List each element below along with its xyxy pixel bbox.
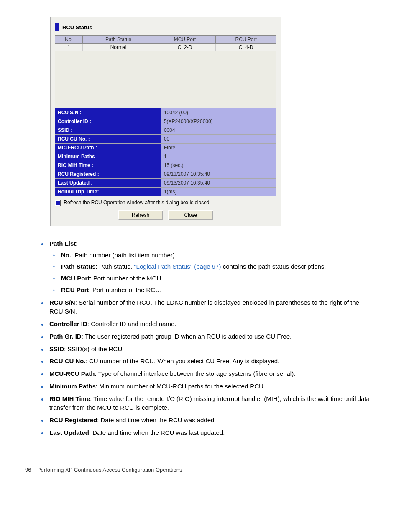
v: 10042 (00) [161,108,276,117]
cell-no: 1 [55,44,83,51]
bullet-controller-id: Controller ID: Controller ID and model n… [49,319,374,329]
v: 5(XP24000/XP20000) [161,117,276,126]
k: Minimum Paths : [55,152,161,161]
dialog-title-text: RCU Status [62,24,92,31]
k: RCU Registered : [55,170,161,179]
k: MCU-RCU Path : [55,144,161,152]
term: RCU Port [61,286,89,293]
k: RCU S/N : [55,108,161,117]
term: Path List [49,240,76,247]
row-rcu-cu-no: RCU CU No. :00 [55,135,276,144]
term: Last Updated [49,429,89,436]
term: Minimum Paths [49,383,96,390]
bullet-ssid: SSID: SSID(s) of the RCU. [49,344,374,354]
term: RCU S/N [49,299,75,306]
term: Path Gr. ID [49,333,82,340]
col-mcu-port[interactable]: MCU Port [154,36,216,44]
v: 09/13/2007 10:35:40 [161,170,276,179]
desc: : Minimum number of MCU-RCU paths for th… [96,383,265,390]
bullet-min-paths: Minimum Paths: Minimum number of MCU-RCU… [49,382,374,391]
k: Last Updated : [55,179,161,188]
page-number: 96 [25,467,31,473]
k: RCU CU No. : [55,135,161,144]
rcu-details-table: RCU S/N :10042 (00) Controller ID :5(XP2… [55,108,276,196]
title-marker-icon [55,23,59,31]
col-path-status[interactable]: Path Status [83,36,154,44]
rcu-status-dialog: RCU Status No. Path Status MCU Port RCU … [50,17,281,226]
v: 09/13/2007 10:35:40 [161,179,276,188]
col-rcu-port[interactable]: RCU Port [216,36,276,44]
bullet-rio-mih: RIO MIH Time: Time value for the remote … [49,394,374,413]
term: Path Status [61,263,96,270]
row-controller-id: Controller ID :5(XP24000/XP20000) [55,117,276,126]
desc: : CU number of the RCU. When you select … [86,357,280,365]
desc: : Date and time when the RCU was added. [97,416,216,424]
v: 1 [161,152,276,161]
desc: : Date and time when the RCU was last up… [89,429,225,436]
row-last-updated: Last Updated :09/13/2007 10:35:40 [55,179,276,188]
cell-mcu: CL2-D [154,44,216,51]
v: 0004 [161,126,276,135]
row-mcu-rcu-path: MCU-RCU Path :Fibre [55,144,276,152]
term: No. [61,252,71,259]
refresh-option-row: Refresh the RCU Operation window after t… [55,196,276,206]
path-header-row: No. Path Status MCU Port RCU Port [55,36,276,44]
link-logical-path-status[interactable]: "Logical Path Status" (page 97) [134,263,221,270]
v: 15 (sec.) [161,161,276,170]
cell-status: Normal [83,44,154,51]
k: RIO MIH Time : [55,161,161,170]
desc: : SSID(s) of the RCU. [64,345,124,352]
term: Controller ID [49,320,87,327]
table-row[interactable]: 1 Normal CL2-D CL4-D [55,44,276,51]
bullet-path-gr-id: Path Gr. ID: The user-registered path gr… [49,332,374,341]
sub-path-status: Path Status: Path status. "Logical Path … [61,262,374,271]
v: Fibre [161,144,276,152]
doc-text: Path List: No.: Path number (path list i… [38,239,374,437]
desc: : Port number of the MCU. [90,275,163,282]
k: SSID : [55,126,161,135]
empty-rows [55,51,276,108]
button-row: Refresh Close [55,206,276,222]
v: 00 [161,135,276,144]
dialog-title: RCU Status [55,21,276,35]
row-rcu-sn: RCU S/N :10042 (00) [55,108,276,117]
page-footer: 96 Performing XP Continuous Access Confi… [25,467,374,473]
k: Round Trip Time: [55,188,161,196]
term: SSID [49,345,64,352]
k: Controller ID : [55,117,161,126]
desc-a: : Path status. [96,263,134,270]
row-min-paths: Minimum Paths :1 [55,152,276,161]
cell-rcu: CL4-D [216,44,276,51]
term: RCU CU No. [49,357,86,365]
sub-no: No.: Path number (path list item number)… [61,251,374,260]
desc: : Type of channel interface between the … [95,370,295,377]
refresh-button[interactable]: Refresh [118,210,163,220]
path-list-table: No. Path Status MCU Port RCU Port 1 Norm… [55,35,276,108]
v: 1(ms) [161,188,276,196]
bullet-rcu-registered: RCU Registered: Date and time when the R… [49,416,374,425]
term: MCU Port [61,275,90,282]
close-button[interactable]: Close [168,210,213,220]
row-ssid: SSID :0004 [55,126,276,135]
desc: : Time value for the remote I/O (RIO) mi… [49,395,370,411]
desc: : Path number (path list item number). [71,252,176,259]
bullet-path-list: Path List: No.: Path number (path list i… [49,239,374,295]
desc-b: contains the path status descriptions. [221,263,326,270]
bullet-last-updated: Last Updated: Date and time when the RCU… [49,428,374,437]
term: RIO MIH Time [49,395,90,402]
row-rcu-registered: RCU Registered :09/13/2007 10:35:40 [55,170,276,179]
refresh-label: Refresh the RCU Operation window after t… [64,200,211,206]
bullet-rcu-sn: RCU S/N: Serial number of the RCU. The L… [49,298,374,316]
refresh-checkbox[interactable] [55,200,61,206]
col-no[interactable]: No. [55,36,83,44]
sub-rcu-port: RCU Port: Port number of the RCU. [61,285,374,295]
desc: : Port number of the RCU. [89,286,161,293]
desc: : The user-registered path group ID when… [82,333,292,340]
row-rio-mih: RIO MIH Time :15 (sec.) [55,161,276,170]
term: MCU-RCU Path [49,370,95,377]
term: RCU Registered [49,416,97,424]
bullet-mcu-rcu-path: MCU-RCU Path: Type of channel interface … [49,369,374,378]
row-round-trip: Round Trip Time:1(ms) [55,188,276,196]
chapter-title: Performing XP Continuous Access Configur… [37,467,182,473]
bullet-rcu-cu-no: RCU CU No.: CU number of the RCU. When y… [49,357,374,366]
